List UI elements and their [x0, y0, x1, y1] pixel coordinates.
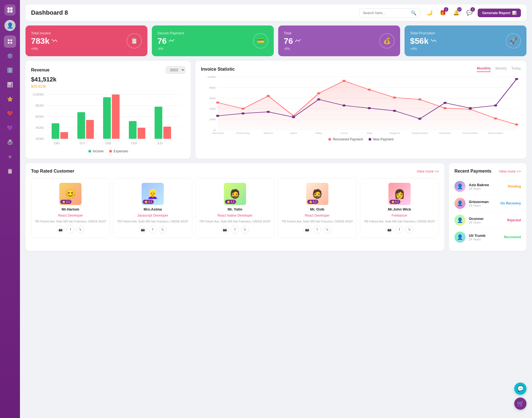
twitter-icon-osib[interactable]: 𝕏	[323, 226, 331, 234]
main-content: Dashboard 8 🔍 🌙 🎁 2 🔔 12 💬 5 Generate Re…	[20, 0, 532, 418]
payment-avatar-aziz: 👤	[454, 181, 466, 192]
facebook-icon-johnwick[interactable]: f	[396, 226, 403, 234]
instagram-icon-asima[interactable]: 📷	[139, 226, 147, 234]
svg-point-65	[368, 107, 371, 109]
sidebar-item-liked[interactable]: ❤️	[4, 107, 16, 120]
tab-today[interactable]: Today	[511, 66, 521, 72]
sidebar-logo[interactable]	[4, 4, 16, 16]
payment-item-grie: 👤 Griezerman 24 Years On Recovery	[454, 195, 521, 212]
facebook-icon-osib[interactable]: f	[313, 226, 321, 234]
payments-view-more[interactable]: View more >>	[499, 169, 521, 173]
theme-toggle-button[interactable]: 🌙	[424, 8, 434, 18]
generate-report-button[interactable]: Generate Report 📊	[478, 9, 521, 17]
customer-social-osib: 📷 f 𝕏	[303, 226, 331, 234]
svg-point-63	[317, 98, 321, 101]
sidebar-item-menu[interactable]: ≡	[4, 151, 16, 163]
svg-point-46	[216, 102, 219, 104]
year-select[interactable]: 202320222021	[166, 66, 185, 74]
sidebar-item-saved[interactable]: 💜	[4, 122, 16, 134]
customer-social-hariom: 📷 f 𝕏	[57, 226, 84, 234]
payment-info-grie: Griezerman 24 Years	[469, 200, 497, 207]
customer-role-yatin: React Native Developer	[218, 214, 253, 217]
customer-role-johnwick: Freelancer	[392, 214, 407, 217]
search-input[interactable]	[363, 11, 409, 15]
stat-card-total: Total 76 -4% 💰	[278, 25, 400, 56]
svg-point-64	[342, 104, 346, 107]
payment-age-aziz: 24 Years	[469, 187, 505, 190]
chat-icon-button[interactable]: 💬 5	[464, 8, 474, 18]
page-title: Dashboard 8	[31, 9, 355, 16]
payment-name-uli: Uli Trumb	[469, 234, 501, 238]
svg-rect-26	[155, 107, 162, 139]
sidebar-item-analytics[interactable]: 📊	[4, 79, 16, 91]
payment-status-grie: On Recovery	[500, 201, 521, 205]
svg-text:August: August	[389, 132, 400, 134]
user-avatar[interactable]: 👤	[4, 20, 16, 31]
customer-card-osib: 🧔 ⭐ 4.2 Mr. Osib React Developer 795 Fol…	[278, 178, 357, 238]
customer-role-asima: Javascript Developer	[137, 214, 168, 217]
svg-text:800: 800	[35, 104, 44, 107]
twitter-icon-hariom[interactable]: 𝕏	[76, 226, 84, 234]
svg-rect-19	[60, 132, 68, 139]
cart-float-button[interactable]: 🛒	[514, 398, 526, 410]
customer-avatar-asima: 👱‍♀️ ⭐ 4.2	[142, 183, 164, 205]
svg-point-67	[418, 118, 421, 120]
payment-age-ocon: 24 Years	[469, 221, 504, 224]
svg-point-57	[494, 117, 497, 120]
facebook-icon-asima[interactable]: f	[149, 226, 157, 234]
svg-point-50	[317, 92, 321, 94]
svg-rect-7	[11, 42, 12, 44]
sidebar-item-dashboard[interactable]	[4, 35, 16, 48]
customer-avatar-johnwick: 👩 ⭐ 4.2	[388, 183, 411, 205]
revenue-amount: $41,512k	[31, 76, 185, 83]
sidebar: 👤 ⚙️ ℹ️ 📊 ⭐ ❤️ 💜 🖨️ ≡ 📋	[0, 0, 20, 418]
stat-label-promo: Total Promotion	[410, 31, 436, 35]
sidebar-item-docs[interactable]: 📋	[4, 165, 16, 177]
tab-weekly[interactable]: Weekly	[495, 66, 507, 72]
svg-text:200: 200	[35, 137, 44, 140]
payment-age-uli: 24 Years	[469, 238, 501, 241]
instagram-icon-yatin[interactable]: 📷	[221, 226, 229, 234]
twitter-icon-yatin[interactable]: 𝕏	[241, 226, 249, 234]
search-container: 🔍	[359, 8, 420, 17]
customer-name-asima: Mrs.Asima	[144, 207, 162, 211]
bell-icon-button[interactable]: 🔔 12	[451, 8, 461, 18]
gift-icon-button[interactable]: 🎁 2	[438, 8, 448, 18]
svg-text:1000: 1000	[207, 76, 216, 78]
instagram-icon-osib[interactable]: 📷	[303, 226, 311, 234]
svg-rect-1	[10, 7, 12, 10]
sidebar-item-print[interactable]: 🖨️	[4, 136, 16, 148]
secure-icon: 💳	[253, 33, 268, 48]
facebook-icon-hariom[interactable]: f	[66, 226, 74, 234]
rating-hariom: ⭐ 4.2	[60, 200, 71, 204]
sidebar-item-settings[interactable]: ⚙️	[4, 50, 16, 62]
sidebar-item-info[interactable]: ℹ️	[4, 64, 16, 76]
search-icon[interactable]: 🔍	[411, 10, 416, 16]
payment-status-ocon: Rejected	[507, 218, 521, 222]
instagram-icon-hariom[interactable]: 📷	[57, 226, 64, 234]
svg-point-61	[267, 111, 270, 113]
facebook-icon-yatin[interactable]: f	[231, 226, 239, 234]
instagram-icon-johnwick[interactable]: 📷	[386, 226, 393, 234]
svg-text:09: 09	[131, 142, 137, 145]
customers-view-more[interactable]: View more >>	[417, 169, 439, 173]
svg-text:06: 06	[54, 142, 60, 145]
sidebar-item-favorites[interactable]: ⭐	[4, 93, 16, 105]
tab-monthly[interactable]: Monthly	[477, 66, 491, 72]
payment-name-grie: Griezerman	[469, 200, 497, 204]
stat-card-left-total: Total 76 -4%	[284, 31, 301, 51]
support-float-button[interactable]: 💬	[514, 383, 526, 395]
rating-osib: ⭐ 4.2	[307, 200, 318, 204]
customers-title: Top Rated Customer	[31, 169, 74, 174]
payment-status-aziz: Pending	[508, 184, 521, 188]
customer-card-hariom: 😊 ⭐ 4.2 Mr.Hariom React Developer 795 Fo…	[31, 178, 110, 238]
stat-cards-container: Total invoice 783k +4% 📋 Secure Payment …	[25, 25, 526, 56]
customer-social-johnwick: 📷 f 𝕏	[386, 226, 413, 234]
twitter-icon-asima[interactable]: 𝕏	[159, 226, 167, 234]
twitter-icon-johnwick[interactable]: 𝕏	[406, 226, 413, 234]
svg-point-70	[494, 104, 497, 107]
svg-text:July: July	[366, 132, 373, 134]
customer-name-yatin: Mr. Yatin	[227, 207, 242, 211]
stat-label-total: Total	[284, 31, 301, 35]
customer-avatar-yatin: 🧔 ⭐ 4.2	[224, 183, 246, 205]
